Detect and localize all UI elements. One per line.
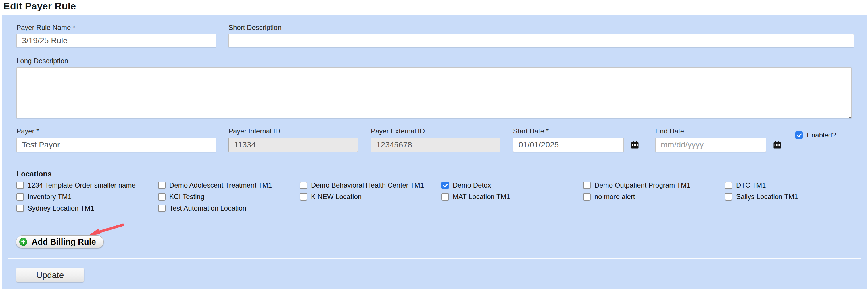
end-date-label: End Date [655, 127, 781, 135]
locations-heading: Locations [17, 170, 52, 178]
red-annotation-arrow-icon [85, 222, 125, 237]
end-date-field: End Date [655, 127, 781, 152]
location-label: Sallys Location TM1 [736, 193, 798, 201]
plus-icon [19, 238, 27, 246]
long-description-textarea[interactable] [17, 67, 851, 118]
short-description-label: Short Description [228, 24, 854, 32]
short-description-field: Short Description [228, 24, 854, 47]
location-label: Inventory TM1 [28, 193, 71, 201]
location-checkbox[interactable] [300, 182, 307, 189]
location-checkbox[interactable] [725, 193, 732, 201]
location-option[interactable]: DTC TM1 [725, 182, 867, 189]
update-button[interactable]: Update [16, 267, 84, 282]
location-label: Demo Detox [453, 181, 491, 189]
location-label: Sydney Location TM1 [28, 204, 94, 212]
location-checkbox[interactable] [17, 182, 24, 189]
payer-internal-id-input [228, 138, 358, 152]
end-date-calendar-button[interactable] [773, 141, 781, 149]
location-option[interactable]: MAT Location TM1 [441, 193, 583, 201]
location-checkbox[interactable] [441, 193, 449, 201]
payer-external-id-label: Payer External ID [371, 127, 500, 135]
calendar-icon [630, 141, 639, 149]
payer-external-id-input [371, 138, 500, 152]
location-label: MAT Location TM1 [453, 193, 510, 201]
start-date-label: Start Date * [513, 127, 639, 135]
location-option[interactable]: Demo Detox [441, 182, 583, 189]
location-option[interactable]: Inventory TM1 [17, 193, 158, 201]
location-checkbox[interactable] [583, 182, 591, 189]
location-label: Test Automation Location [169, 204, 246, 212]
add-billing-rule-button[interactable]: Add Billing Rule [16, 235, 104, 248]
location-option[interactable]: Sydney Location TM1 [17, 205, 158, 212]
location-option[interactable]: 1234 Template Order smaller name [17, 182, 158, 189]
location-checkbox[interactable] [725, 182, 732, 189]
location-label: no more alert [594, 193, 635, 201]
add-billing-rule-label: Add Billing Rule [32, 237, 96, 247]
divider [8, 258, 861, 259]
start-date-calendar-button[interactable] [630, 141, 639, 149]
location-option[interactable]: Demo Adolescent Treatment TM1 [158, 182, 300, 189]
long-description-label: Long Description [17, 57, 851, 65]
start-date-field: Start Date * [513, 127, 639, 152]
location-checkbox[interactable] [17, 205, 24, 212]
location-label: 1234 Template Order smaller name [28, 181, 136, 189]
enabled-label: Enabled? [807, 131, 836, 139]
payer-rule-name-label: Payer Rule Name * [17, 24, 216, 32]
location-option[interactable]: Test Automation Location [158, 205, 300, 212]
page-title: Edit Payer Rule [3, 1, 76, 12]
location-label: K NEW Location [311, 193, 362, 201]
divider [8, 225, 861, 225]
short-description-input[interactable] [228, 34, 854, 47]
location-label: Demo Outpatient Program TM1 [594, 181, 690, 189]
payer-label: Payer * [17, 127, 216, 135]
location-option[interactable]: Demo Outpatient Program TM1 [583, 182, 725, 189]
location-option[interactable]: no more alert [583, 193, 725, 201]
payer-internal-id-field: Payer Internal ID [228, 127, 358, 152]
payer-rule-name-field: Payer Rule Name * [17, 24, 216, 47]
calendar-icon [773, 141, 781, 149]
locations-grid: 1234 Template Order smaller name Demo Ad… [17, 182, 867, 212]
location-checkbox[interactable] [441, 182, 449, 189]
location-checkbox[interactable] [583, 193, 591, 201]
payer-field: Payer * [17, 127, 216, 152]
location-checkbox[interactable] [158, 205, 165, 212]
location-checkbox[interactable] [300, 193, 307, 201]
payer-input[interactable] [17, 138, 216, 152]
payer-rule-form-panel: Payer Rule Name * Short Description Long… [2, 15, 867, 289]
location-label: Demo Behavioral Health Center TM1 [311, 181, 424, 189]
payer-external-id-field: Payer External ID [371, 127, 500, 152]
start-date-input[interactable] [513, 138, 624, 152]
end-date-input[interactable] [655, 138, 766, 152]
location-option[interactable]: KCI Testing [158, 193, 300, 201]
check-icon [442, 182, 449, 189]
location-checkbox[interactable] [17, 193, 24, 201]
location-label: KCI Testing [169, 193, 204, 201]
location-option[interactable]: Sallys Location TM1 [725, 193, 867, 201]
divider [8, 160, 861, 161]
location-option[interactable]: Demo Behavioral Health Center TM1 [300, 182, 441, 189]
enabled-group[interactable]: Enabled? [795, 131, 836, 139]
enabled-checkbox[interactable] [795, 132, 803, 139]
long-description-field: Long Description [17, 57, 851, 118]
payer-rule-name-input[interactable] [17, 34, 216, 47]
location-checkbox[interactable] [158, 182, 165, 189]
payer-internal-id-label: Payer Internal ID [228, 127, 358, 135]
location-label: DTC TM1 [736, 181, 766, 189]
check-icon [796, 132, 803, 139]
location-label: Demo Adolescent Treatment TM1 [169, 181, 272, 189]
location-option[interactable]: K NEW Location [300, 193, 441, 201]
location-checkbox[interactable] [158, 193, 165, 201]
